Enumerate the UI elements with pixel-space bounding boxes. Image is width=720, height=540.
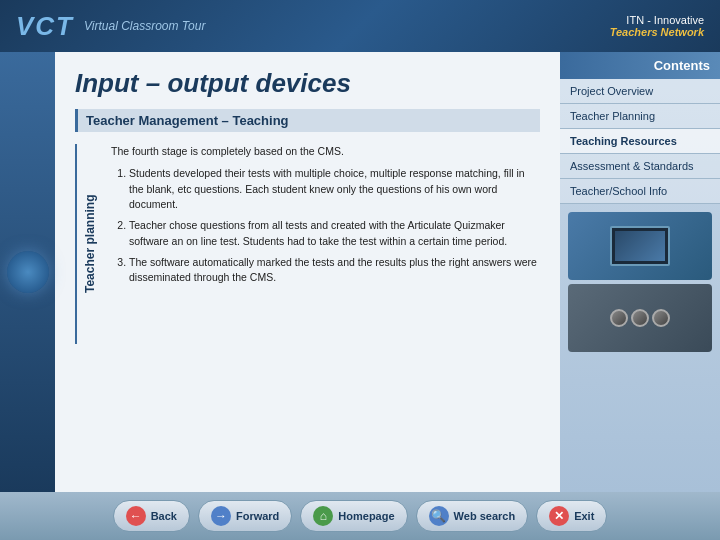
back-label: Back	[151, 510, 177, 522]
teacher-planning-label: Teacher planning	[75, 144, 99, 344]
nav-item-teaching-resources[interactable]: Teaching Resources	[560, 129, 720, 154]
exit-button[interactable]: ✕ Exit	[536, 500, 607, 532]
itn-branding: ITN - Innovative Teachers Network	[610, 14, 704, 38]
right-sidebar: Contents Project Overview Teacher Planni…	[560, 52, 720, 492]
list-item: Teacher chose questions from all tests a…	[129, 218, 540, 250]
list-item: The software automatically marked the te…	[129, 255, 540, 287]
left-stripe	[0, 52, 55, 492]
screen-content	[615, 231, 665, 261]
sidebar-images	[560, 204, 720, 492]
forward-button[interactable]: → Forward	[198, 500, 292, 532]
nav-item-project-overview[interactable]: Project Overview	[560, 79, 720, 104]
back-button[interactable]: ← Back	[113, 500, 190, 532]
homepage-button[interactable]: ⌂ Homepage	[300, 500, 407, 532]
search-icon: 🔍	[429, 506, 449, 526]
nav-item-assessment[interactable]: Assessment & Standards	[560, 154, 720, 179]
content-list: Students developed their tests with mult…	[111, 166, 540, 286]
sidebar-image-top	[568, 212, 712, 280]
websearch-label: Web search	[454, 510, 516, 522]
content-body: Teacher planning The fourth stage is com…	[75, 144, 540, 344]
list-item: Students developed their tests with mult…	[129, 166, 540, 213]
nav-item-teacher-planning[interactable]: Teacher Planning	[560, 104, 720, 129]
websearch-button[interactable]: 🔍 Web search	[416, 500, 529, 532]
footer: ← Back → Forward ⌂ Homepage 🔍 Web search…	[0, 492, 720, 540]
text-content: The fourth stage is completely based on …	[111, 144, 540, 344]
content-area: Input – output devices Teacher Managemen…	[55, 52, 560, 492]
forward-arrow-icon: →	[211, 506, 231, 526]
back-arrow-icon: ←	[126, 506, 146, 526]
left-circle-decoration	[7, 251, 49, 293]
itn-line1: ITN - Innovative	[610, 14, 704, 26]
sidebar-image-bottom	[568, 284, 712, 352]
homepage-label: Homepage	[338, 510, 394, 522]
itn-line2: Teachers Network	[610, 26, 704, 38]
header-left: VCT Virtual Classroom Tour	[16, 11, 205, 42]
section-title: Teacher Management – Teaching	[75, 109, 540, 132]
screen-icon	[610, 226, 670, 266]
exit-label: Exit	[574, 510, 594, 522]
contents-header: Contents	[560, 52, 720, 79]
exit-icon: ✕	[549, 506, 569, 526]
page-title: Input – output devices	[75, 68, 540, 99]
vct-subtitle: Virtual Classroom Tour	[84, 19, 205, 33]
home-icon: ⌂	[313, 506, 333, 526]
header: VCT Virtual Classroom Tour ITN - Innovat…	[0, 0, 720, 52]
main-area: Input – output devices Teacher Managemen…	[0, 52, 720, 492]
nav-item-teacher-school[interactable]: Teacher/School Info	[560, 179, 720, 204]
vct-logo: VCT	[16, 11, 74, 42]
forward-label: Forward	[236, 510, 279, 522]
hdd-icon	[610, 309, 670, 327]
intro-paragraph: The fourth stage is completely based on …	[111, 144, 540, 160]
